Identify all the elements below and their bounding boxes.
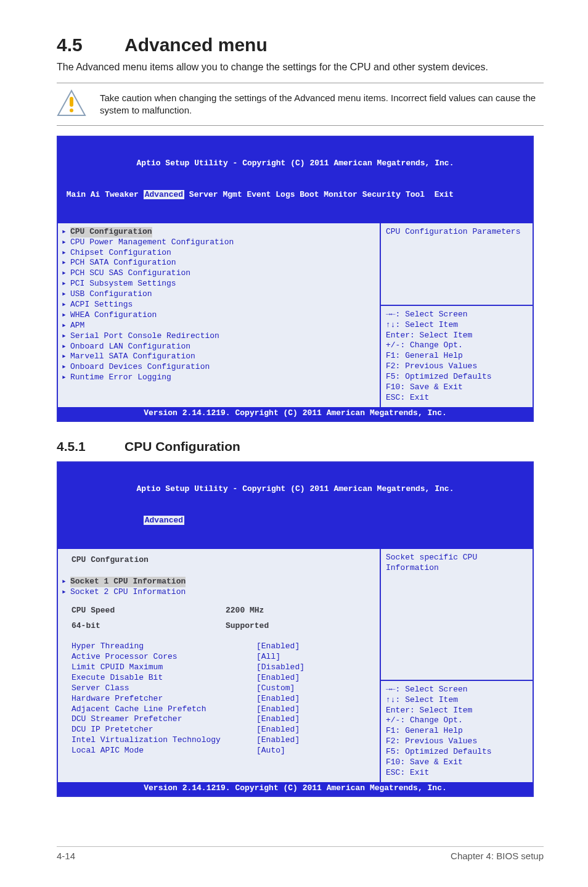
help-line: F1: General Help bbox=[386, 726, 528, 736]
setting-value[interactable]: [Enabled] bbox=[256, 694, 300, 704]
menu-item-pci-subsystem[interactable]: ▸PCI Subsystem Settings bbox=[62, 279, 377, 289]
setting-row[interactable]: Local APIC Mode[Auto] bbox=[62, 746, 377, 756]
submenu-arrow-icon: ▸ bbox=[62, 237, 70, 248]
section-heading: 4.5Advanced menu bbox=[57, 35, 544, 56]
menu-item-usb-config[interactable]: ▸USB Configuration bbox=[62, 289, 377, 300]
menu-item-chipset[interactable]: ▸Chipset Configuration bbox=[62, 248, 377, 258]
page-number: 4-14 bbox=[57, 851, 75, 861]
menu-item-onboard-devices[interactable]: ▸Onboard Devices Configuration bbox=[62, 362, 377, 373]
menu-item-label: PCH SCU SAS Configuration bbox=[70, 268, 190, 279]
setting-value[interactable]: [Auto] bbox=[256, 746, 285, 756]
chapter-label: Chapter 4: BIOS setup bbox=[451, 851, 544, 861]
menu-item-label: PCI Subsystem Settings bbox=[70, 279, 176, 289]
menu-item-runtime-error-logging[interactable]: ▸Runtime Error Logging bbox=[62, 373, 377, 383]
submenu-arrow-icon: ▸ bbox=[62, 227, 70, 237]
help-line: →←: Select Screen bbox=[386, 685, 528, 695]
submenu-arrow-icon: ▸ bbox=[62, 258, 70, 268]
help-line: F1: General Help bbox=[386, 351, 528, 361]
setting-value[interactable]: [Enabled] bbox=[256, 735, 300, 746]
info-row-cpu-speed: CPU Speed2200 MHz bbox=[62, 606, 377, 616]
menu-item-label: Socket 2 CPU Information bbox=[70, 587, 186, 598]
submenu-arrow-icon: ▸ bbox=[62, 373, 70, 383]
submenu-arrow-icon: ▸ bbox=[62, 331, 70, 342]
menu-item-label: Onboard Devices Configuration bbox=[70, 362, 210, 373]
setting-row[interactable]: Server Class[Custom] bbox=[62, 683, 377, 694]
menu-item-label: Runtime Error Logging bbox=[70, 373, 171, 383]
menu-item-label: WHEA Configuration bbox=[70, 310, 157, 321]
menu-item-label: USB Configuration bbox=[70, 289, 152, 300]
bios-tab-row: Main Ai Tweaker Advanced Server Mgmt Eve… bbox=[62, 190, 529, 200]
help-line: F5: Optimized Defaults bbox=[386, 747, 528, 757]
setting-row[interactable]: Intel Virtualization Technology[Enabled] bbox=[62, 735, 377, 746]
menu-item-apm[interactable]: ▸APM bbox=[62, 321, 377, 331]
menu-item-marvell-sata[interactable]: ▸Marvell SATA Configuration bbox=[62, 352, 377, 362]
bios-tabs-pre: Main Ai Tweaker bbox=[67, 190, 144, 199]
setting-label: DCU Streamer Prefetcher bbox=[71, 714, 256, 725]
bios-tab-advanced[interactable]: Advanced bbox=[144, 190, 184, 199]
setting-value[interactable]: [Custom] bbox=[256, 683, 295, 694]
setting-value[interactable]: [Enabled] bbox=[256, 642, 300, 652]
submenu-arrow-icon: ▸ bbox=[62, 321, 70, 331]
submenu-arrow-icon: ▸ bbox=[62, 577, 70, 587]
menu-item-cpu-configuration[interactable]: ▸CPU Configuration bbox=[62, 227, 377, 237]
menu-item-cpu-power-mgmt[interactable]: ▸CPU Power Management Configuration bbox=[62, 237, 377, 248]
setting-value[interactable]: [Enabled] bbox=[256, 725, 300, 735]
info-value: Supported bbox=[226, 621, 269, 632]
menu-item-socket1-info[interactable]: ▸Socket 1 CPU Information bbox=[62, 577, 377, 587]
setting-value[interactable]: [Enabled] bbox=[256, 714, 300, 725]
menu-item-label: Chipset Configuration bbox=[70, 248, 171, 258]
setting-value[interactable]: [Enabled] bbox=[256, 704, 300, 715]
bios-key-help: →←: Select Screen ↑↓: Select Item Enter:… bbox=[380, 305, 533, 407]
setting-row[interactable]: Execute Disable Bit[Enabled] bbox=[62, 673, 377, 683]
setting-row[interactable]: Hyper Threading[Enabled] bbox=[62, 642, 377, 652]
bios-cpu-config-panel: CPU Confguration ▸Socket 1 CPU Informati… bbox=[58, 549, 380, 782]
help-line: ↑↓: Select Item bbox=[386, 695, 528, 706]
section-number: 4.5 bbox=[57, 35, 125, 56]
page-footer: 4-14 Chapter 4: BIOS setup bbox=[57, 846, 544, 861]
subsection-title: CPU Configuration bbox=[125, 439, 240, 453]
bios-tab-advanced[interactable]: Advanced bbox=[144, 516, 184, 525]
bios-screenshot-advanced-menu: Aptio Setup Utility - Copyright (C) 2011… bbox=[57, 136, 534, 422]
submenu-arrow-icon: ▸ bbox=[62, 279, 70, 289]
setting-value[interactable]: [Disabled] bbox=[256, 662, 304, 673]
bios-tabs-post: Server Mgmt Event Logs Boot Monitor Secu… bbox=[184, 190, 454, 199]
menu-item-label: Onboard LAN Configuration bbox=[70, 342, 190, 352]
menu-item-socket2-info[interactable]: ▸Socket 2 CPU Information bbox=[62, 587, 377, 598]
setting-label: Active Processor Cores bbox=[71, 652, 256, 662]
help-line: →←: Select Screen bbox=[386, 310, 528, 320]
setting-label: DCU IP Pretetcher bbox=[71, 725, 256, 735]
caution-icon bbox=[57, 89, 86, 119]
setting-row[interactable]: Active Processor Cores[All] bbox=[62, 652, 377, 662]
submenu-arrow-icon: ▸ bbox=[62, 342, 70, 352]
setting-label: Intel Virtualization Technology bbox=[71, 735, 256, 746]
submenu-arrow-icon: ▸ bbox=[62, 300, 70, 310]
bios-title-line: Aptio Setup Utility - Copyright (C) 2011… bbox=[62, 484, 529, 495]
menu-item-onboard-lan[interactable]: ▸Onboard LAN Configuration bbox=[62, 342, 377, 352]
menu-item-pch-scu-sas[interactable]: ▸PCH SCU SAS Configuration bbox=[62, 268, 377, 279]
setting-row[interactable]: Adjacent Cache Line Prefetch[Enabled] bbox=[62, 704, 377, 715]
setting-label: Local APIC Mode bbox=[71, 746, 256, 756]
setting-value[interactable]: [All] bbox=[256, 652, 280, 662]
caution-text: Take caution when changing the settings … bbox=[100, 89, 544, 117]
setting-row[interactable]: DCU Streamer Prefetcher[Enabled] bbox=[62, 714, 377, 725]
setting-row[interactable]: DCU IP Pretetcher[Enabled] bbox=[62, 725, 377, 735]
setting-label: Server Class bbox=[71, 683, 256, 694]
bios-header: Aptio Setup Utility - Copyright (C) 2011… bbox=[58, 463, 533, 549]
bios-help-description: Socket specific CPU Information bbox=[380, 549, 533, 680]
menu-item-label: CPU Power Management Configuration bbox=[70, 237, 234, 248]
setting-value[interactable]: [Enabled] bbox=[256, 673, 300, 683]
caution-note: Take caution when changing the settings … bbox=[57, 83, 544, 126]
menu-item-label: ACPI Settings bbox=[70, 300, 133, 310]
menu-item-serial-redirection[interactable]: ▸Serial Port Console Redirection bbox=[62, 331, 377, 342]
menu-item-whea[interactable]: ▸WHEA Configuration bbox=[62, 310, 377, 321]
submenu-arrow-icon: ▸ bbox=[62, 268, 70, 279]
menu-item-label: Serial Port Console Redirection bbox=[70, 331, 219, 342]
menu-item-pch-sata[interactable]: ▸PCH SATA Configuration bbox=[62, 258, 377, 268]
menu-item-label: PCH SATA Configuration bbox=[70, 258, 176, 268]
setting-row[interactable]: Limit CPUID Maximum[Disabled] bbox=[62, 662, 377, 673]
setting-row[interactable]: Hardware Prefetcher[Enabled] bbox=[62, 694, 377, 704]
help-line: F10: Save & Exit bbox=[386, 757, 528, 768]
menu-item-acpi-settings[interactable]: ▸ACPI Settings bbox=[62, 300, 377, 310]
panel-heading: CPU Confguration bbox=[62, 555, 377, 566]
submenu-arrow-icon: ▸ bbox=[62, 362, 70, 373]
